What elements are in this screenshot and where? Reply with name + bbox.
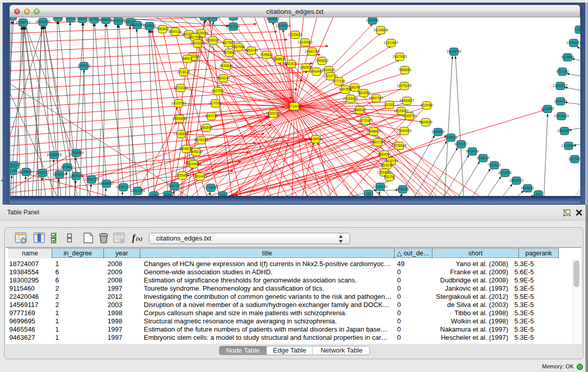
svg-text:13495754: 13495754 <box>402 114 417 118</box>
svg-text:10507487: 10507487 <box>369 96 384 100</box>
svg-text:1167533: 1167533 <box>569 157 580 161</box>
svg-text:14099489: 14099489 <box>186 162 201 166</box>
svg-text:16648784: 16648784 <box>447 50 462 53</box>
svg-text:15720407: 15720407 <box>358 119 373 122</box>
svg-text:11325419: 11325419 <box>288 33 303 36</box>
svg-text:12923446: 12923446 <box>130 189 145 192</box>
svg-text:(x): (x) <box>136 235 143 242</box>
svg-text:98901: 98901 <box>183 57 192 60</box>
svg-text:6934024: 6934024 <box>322 68 335 72</box>
svg-text:16033809: 16033809 <box>206 17 221 19</box>
svg-text:16914479: 16914479 <box>193 174 208 178</box>
svg-text:252254: 252254 <box>384 175 395 179</box>
svg-text:735: 735 <box>231 17 236 18</box>
svg-text:7625402: 7625402 <box>176 173 189 177</box>
svg-text:12975155: 12975155 <box>397 84 412 87</box>
svg-text:39159: 39159 <box>10 169 17 172</box>
svg-text:8322037: 8322037 <box>285 62 298 65</box>
svg-text:10553: 10553 <box>66 17 75 20</box>
svg-text:9242848: 9242848 <box>220 64 233 68</box>
svg-text:1244415: 1244415 <box>554 99 567 103</box>
svg-text:10107553: 10107553 <box>171 101 186 105</box>
svg-text:20206576: 20206576 <box>47 153 62 157</box>
svg-text:10958107: 10958107 <box>99 182 114 185</box>
svg-text:19654985: 19654985 <box>172 117 187 120</box>
svg-text:2905334: 2905334 <box>77 64 91 68</box>
svg-text:1015: 1015 <box>10 17 16 18</box>
svg-text:7588520: 7588520 <box>273 57 286 61</box>
svg-text:1353594: 1353594 <box>200 126 213 129</box>
svg-text:10973493: 10973493 <box>393 55 407 58</box>
svg-text:2803144: 2803144 <box>216 76 230 80</box>
svg-text:10654112: 10654112 <box>509 179 524 182</box>
svg-text:19166825: 19166825 <box>174 132 189 136</box>
svg-text:23364434: 23364434 <box>343 97 358 100</box>
svg-text:3824554: 3824554 <box>357 91 371 95</box>
svg-text:9777169: 9777169 <box>332 79 345 83</box>
svg-text:141: 141 <box>366 192 372 195</box>
svg-text:3675685: 3675685 <box>223 51 236 54</box>
svg-text:6899695: 6899695 <box>419 120 432 124</box>
svg-text:1527602: 1527602 <box>88 17 101 21</box>
svg-text:6879197: 6879197 <box>454 142 468 146</box>
svg-text:16782759: 16782759 <box>116 185 131 189</box>
svg-text:417006: 417006 <box>210 101 221 105</box>
svg-text:8993448: 8993448 <box>310 70 323 73</box>
svg-text:12213967: 12213967 <box>384 41 399 45</box>
svg-text:20691406: 20691406 <box>36 20 51 24</box>
svg-text:2942737: 2942737 <box>36 171 49 174</box>
svg-text:9115460: 9115460 <box>421 103 433 107</box>
svg-text:1112: 1112 <box>576 28 580 31</box>
svg-text:18807249: 18807249 <box>371 140 385 144</box>
svg-text:8938924: 8938924 <box>444 136 458 139</box>
svg-text:9329966: 9329966 <box>561 55 574 59</box>
svg-text:1640954: 1640954 <box>431 130 445 134</box>
svg-text:1945194: 1945194 <box>53 172 66 176</box>
svg-text:18724007: 18724007 <box>287 104 302 108</box>
svg-text:9245652: 9245652 <box>521 186 534 190</box>
svg-text:16154808: 16154808 <box>374 28 388 32</box>
svg-text:12213369: 12213369 <box>173 86 188 90</box>
svg-text:850061: 850061 <box>10 163 20 167</box>
svg-text:9474444: 9474444 <box>466 149 479 153</box>
svg-text:1615152: 1615152 <box>380 163 394 167</box>
svg-text:19384554: 19384554 <box>309 137 323 141</box>
svg-text:9975867: 9975867 <box>60 165 74 169</box>
svg-text:17016504: 17016504 <box>561 144 576 147</box>
svg-text:19218506: 19218506 <box>276 24 291 28</box>
svg-text:2087682: 2087682 <box>366 18 379 22</box>
svg-text:2935114: 2935114 <box>477 156 490 160</box>
svg-text:9327505: 9327505 <box>222 41 235 45</box>
svg-text:1733426: 1733426 <box>396 187 409 191</box>
svg-text:17359924: 17359924 <box>69 151 84 155</box>
svg-text:1156829: 1156829 <box>20 170 33 173</box>
svg-text:7486322: 7486322 <box>353 108 366 112</box>
svg-text:8678332: 8678332 <box>194 138 208 142</box>
svg-text:10543362: 10543362 <box>190 41 205 45</box>
svg-text:1362615: 1362615 <box>299 65 313 69</box>
svg-text:8471676: 8471676 <box>498 171 512 174</box>
svg-text:15716485: 15716485 <box>204 186 219 189</box>
svg-text:8660124: 8660124 <box>168 30 182 33</box>
svg-text:9146821: 9146821 <box>260 53 273 56</box>
svg-text:7485063: 7485063 <box>398 68 411 72</box>
svg-text:10961758: 10961758 <box>305 50 320 53</box>
svg-text:8454749: 8454749 <box>245 49 258 52</box>
svg-text:19654923: 19654923 <box>397 129 412 133</box>
svg-text:8427552: 8427552 <box>211 89 225 93</box>
svg-text:6497508: 6497508 <box>339 87 352 91</box>
svg-text:924: 924 <box>536 192 541 196</box>
svg-text:9227342: 9227342 <box>556 70 569 73</box>
svg-text:8186328: 8186328 <box>206 38 220 42</box>
svg-text:3267110: 3267110 <box>205 114 218 118</box>
svg-text:9684067: 9684067 <box>378 152 391 156</box>
svg-text:15751074: 15751074 <box>567 41 580 45</box>
svg-text:15692971: 15692971 <box>557 129 572 133</box>
svg-text:12505185: 12505185 <box>69 174 84 178</box>
svg-text:7357224: 7357224 <box>227 25 240 28</box>
svg-text:16330: 16330 <box>53 17 62 19</box>
svg-text:16210643: 16210643 <box>554 114 569 118</box>
svg-text:9657791: 9657791 <box>168 184 181 188</box>
svg-text:8413054: 8413054 <box>266 17 279 20</box>
svg-text:14136141: 14136141 <box>373 185 388 188</box>
